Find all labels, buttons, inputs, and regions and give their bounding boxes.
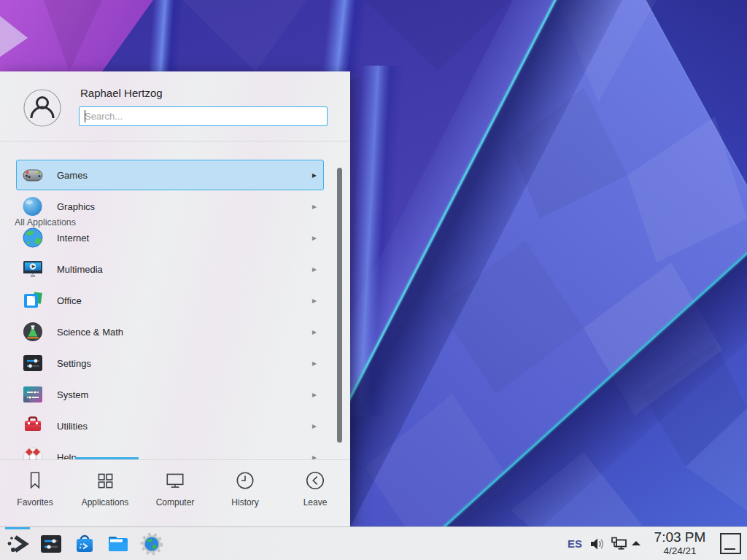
taskbar-panel: ES 7:03 PM 4/24/21 (0, 526, 747, 560)
tab-label: History (231, 497, 258, 508)
menu-item-label: Multimedia (57, 264, 103, 275)
launcher-header: Raphael Hertzog (0, 71, 350, 141)
menu-item-label: Utilities (57, 421, 88, 432)
show-desktop-button[interactable] (720, 533, 741, 554)
launcher-active-indicator (5, 527, 30, 529)
tab-history[interactable]: History (210, 460, 280, 526)
menu-item-multimedia[interactable]: Multimedia ▸ (16, 254, 324, 284)
help-icon (21, 446, 44, 459)
web-browser-icon[interactable] (140, 532, 163, 556)
menu-item-label: Internet (57, 233, 89, 244)
clock-time: 7:03 PM (645, 529, 715, 545)
user-name: Raphael Hertzog (80, 87, 163, 99)
tab-favorites[interactable]: Favorites (0, 460, 70, 526)
system-settings-icon[interactable] (39, 532, 63, 556)
discover-icon[interactable] (73, 532, 96, 556)
internet-icon (21, 226, 44, 249)
submenu-arrow-icon: ▸ (312, 264, 317, 274)
menu-item-system[interactable]: System ▸ (16, 379, 324, 410)
leave-icon (304, 470, 326, 491)
games-icon (21, 163, 44, 187)
network-icon[interactable] (610, 535, 627, 553)
menu-item-games[interactable]: Games ▸ (16, 160, 324, 190)
submenu-arrow-icon: ▸ (312, 233, 317, 243)
tab-label: Favorites (17, 497, 53, 508)
submenu-arrow-icon: ▸ (312, 201, 317, 211)
submenu-arrow-icon: ▸ (312, 327, 317, 337)
office-icon (21, 289, 44, 312)
history-clock-icon (234, 470, 256, 491)
menu-item-utilities[interactable]: Utilities ▸ (16, 411, 324, 441)
text-cursor (85, 110, 85, 122)
tab-applications[interactable]: Applications (70, 460, 140, 526)
launcher-tab-bar: Favorites Applications Computer (0, 460, 350, 526)
menu-item-internet[interactable]: Internet ▸ (16, 222, 324, 253)
dolphin-file-manager-icon[interactable] (107, 532, 130, 556)
show-desktop-glyph (724, 548, 735, 550)
tab-computer[interactable]: Computer (140, 460, 210, 526)
submenu-arrow-icon: ▸ (312, 389, 317, 400)
menu-item-label: Graphics (57, 201, 95, 212)
submenu-arrow-icon: ▸ (312, 170, 317, 180)
keyboard-layout-indicator[interactable]: ES (568, 537, 585, 550)
header-separator (0, 141, 350, 141)
graphics-icon (21, 195, 44, 218)
menu-item-label: Settings (57, 358, 91, 369)
tab-label: Leave (303, 497, 328, 508)
computer-monitor-icon (164, 470, 186, 491)
settings-icon (21, 351, 44, 375)
menu-item-label: Help (57, 452, 77, 460)
user-avatar-icon[interactable] (23, 89, 61, 127)
menu-item-label: Office (57, 295, 82, 306)
application-launcher-icon[interactable] (6, 532, 29, 556)
expand-tray-arrow-icon[interactable] (630, 537, 643, 551)
submenu-arrow-icon: ▸ (312, 295, 317, 306)
favorites-bookmark-icon (24, 470, 46, 491)
application-category-list: Games ▸ Graphics ▸ Internet ▸ (0, 159, 350, 459)
menu-item-help[interactable]: Help ▸ (16, 442, 324, 459)
submenu-arrow-icon: ▸ (312, 421, 317, 431)
tab-label: Applications (82, 497, 129, 508)
tab-leave[interactable]: Leave (280, 460, 350, 526)
volume-icon[interactable] (588, 535, 605, 553)
menu-item-office[interactable]: Office ▸ (16, 285, 324, 316)
multimedia-icon (21, 257, 44, 281)
clock-date: 4/24/21 (645, 545, 715, 556)
menu-item-label: Games (57, 170, 88, 181)
menu-item-graphics[interactable]: Graphics ▸ (16, 191, 324, 222)
menu-item-settings[interactable]: Settings ▸ (16, 348, 324, 378)
tab-label: Computer (156, 497, 195, 508)
list-scrollbar[interactable] (337, 168, 342, 443)
utilities-icon (21, 414, 44, 438)
search-input[interactable] (79, 106, 328, 126)
menu-item-label: System (57, 389, 88, 400)
application-launcher-popup: Raphael Hertzog All Applications Games ▸ (0, 71, 350, 526)
menu-item-label: Science & Math (57, 327, 123, 338)
applications-grid-icon (94, 470, 116, 491)
menu-item-science-math[interactable]: Science & Math ▸ (16, 316, 324, 347)
submenu-arrow-icon: ▸ (312, 358, 317, 368)
submenu-arrow-icon: ▸ (312, 452, 317, 459)
system-icon (21, 383, 44, 406)
digital-clock[interactable]: 7:03 PM 4/24/21 (645, 529, 715, 556)
science-math-icon (21, 320, 44, 343)
